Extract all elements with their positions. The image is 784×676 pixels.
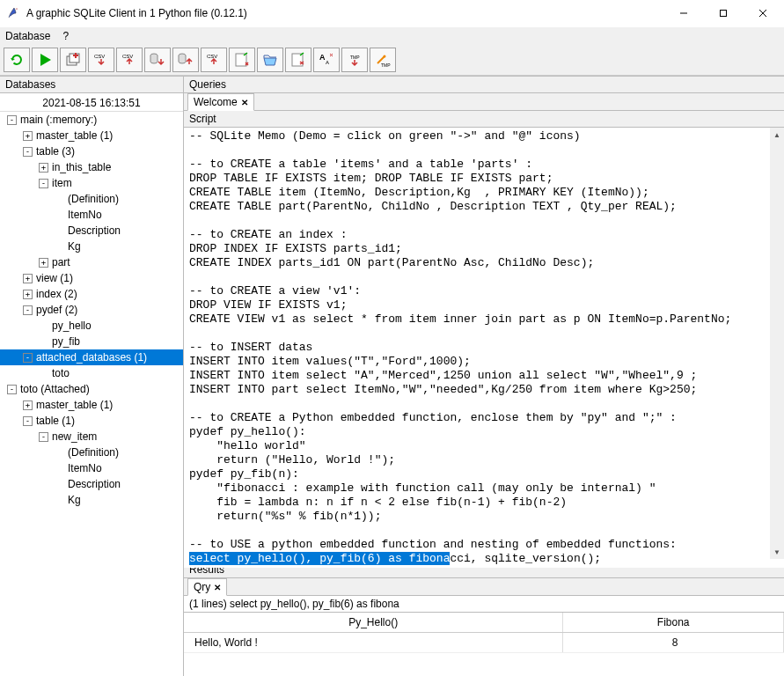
save-script-button[interactable] — [285, 48, 311, 72]
tree-item-label: pydef (2) — [36, 304, 77, 316]
tree-item[interactable]: py_fib — [0, 334, 183, 349]
tree-item-label: py_fib — [52, 335, 80, 348]
scroll-down-icon[interactable]: ▼ — [770, 545, 784, 559]
tree-item-label: part — [52, 256, 70, 268]
tree-item[interactable]: -pydef (2) — [0, 302, 183, 318]
refresh-button[interactable] — [4, 48, 30, 72]
tree-item[interactable]: Kg — [0, 239, 183, 254]
results-tabs: Qry✕ — [184, 578, 784, 596]
tree-item[interactable]: -new_item — [0, 429, 183, 445]
tree-item[interactable]: -toto (Attached) — [0, 381, 183, 397]
collapse-icon[interactable]: - — [39, 432, 48, 442]
close-icon[interactable]: ✕ — [214, 583, 221, 592]
tree-item-label: (Definition) — [68, 446, 119, 459]
script-editor[interactable]: -- SQLite Memo (Demo = click on green "-… — [184, 128, 784, 568]
attach-db-button[interactable] — [257, 48, 283, 72]
tree-item[interactable]: -attached_databases (1) — [0, 349, 183, 365]
svg-point-0 — [16, 8, 18, 9]
export-csv-button[interactable]: CSV — [116, 48, 143, 72]
svg-text:A: A — [326, 60, 329, 65]
new-tab-button[interactable] — [60, 48, 86, 72]
tree-item[interactable]: +master_table (1) — [0, 397, 183, 413]
column-header[interactable]: Fibona — [563, 613, 784, 633]
tree-item[interactable]: +index (2) — [0, 286, 183, 302]
column-header[interactable]: Py_Hello() — [184, 613, 563, 633]
tab-welcome[interactable]: Welcome✕ — [187, 93, 254, 111]
scrollbar[interactable]: ▲ ▼ — [770, 128, 784, 559]
tree-item-label: attached_databases (1) — [36, 351, 147, 364]
temp-out-button[interactable]: TMP — [370, 48, 396, 72]
svg-text:CSV: CSV — [207, 54, 217, 59]
export-csv2-button[interactable]: CSV — [201, 48, 227, 72]
database-tree[interactable]: 2021-08-15 16:13:51 -main (:memory:)+mas… — [0, 93, 183, 676]
svg-text:TMP: TMP — [350, 55, 360, 60]
tab-qry[interactable]: Qry✕ — [187, 578, 227, 596]
svg-text:CSV: CSV — [122, 54, 133, 59]
tree-item[interactable]: +view (1) — [0, 270, 183, 286]
menu-database[interactable]: Database — [5, 30, 50, 42]
tree-item-label: Kg — [68, 240, 81, 253]
export-db-button[interactable] — [172, 48, 199, 72]
tree-item[interactable]: (Definition) — [0, 445, 183, 460]
script-area: Script -- SQLite Memo (Demo = click on g… — [184, 111, 784, 560]
maximize-button[interactable] — [703, 0, 743, 26]
minimize-button[interactable] — [663, 0, 703, 26]
script-text: -- SQLite Memo (Demo = click on green "-… — [189, 129, 731, 551]
tree-item[interactable]: toto — [0, 365, 183, 381]
collapse-icon[interactable]: - — [7, 115, 17, 125]
tree-item[interactable]: -main (:memory:) — [0, 112, 183, 128]
tree-item[interactable]: Kg — [0, 492, 183, 508]
svg-rect-14 — [236, 54, 246, 66]
tree-item[interactable]: +part — [0, 254, 183, 270]
tree-item[interactable]: (Definition) — [0, 191, 183, 207]
open-script-button[interactable] — [229, 48, 255, 72]
results-subtitle: (1 lines) select py_hello(), py_fib(6) a… — [184, 596, 784, 613]
tree-item[interactable]: -item — [0, 175, 183, 191]
tree-item-label: ItemNo — [68, 209, 102, 221]
close-icon[interactable]: ✕ — [241, 98, 248, 107]
tree-item[interactable]: ItemNo — [0, 460, 183, 476]
collapse-icon[interactable]: - — [23, 305, 33, 315]
expand-icon[interactable]: + — [23, 400, 33, 410]
tree-item[interactable]: -table (1) — [0, 413, 183, 429]
tree-item[interactable]: ItemNo — [0, 207, 183, 223]
tree-item[interactable]: py_hello — [0, 318, 183, 334]
import-csv-button[interactable]: CSV — [88, 48, 114, 72]
tree-item[interactable]: -table (3) — [0, 143, 183, 159]
menu-help[interactable]: ? — [62, 30, 69, 42]
toolbar: CSV CSV CSV AA TMP TMP — [0, 45, 784, 76]
close-button[interactable] — [743, 0, 782, 26]
expand-icon[interactable]: + — [23, 131, 33, 141]
tree-item[interactable]: +master_table (1) — [0, 128, 183, 143]
titlebar: A graphic SQLite Client in 1 Python file… — [0, 0, 784, 27]
svg-text:TMP: TMP — [381, 62, 391, 68]
tree-item-label: new_item — [52, 430, 97, 443]
databases-header: Databases — [0, 76, 183, 93]
collapse-icon[interactable]: - — [23, 416, 33, 426]
tree-spacer — [55, 448, 64, 458]
expand-icon[interactable]: + — [23, 274, 33, 283]
font-button[interactable]: AA — [313, 48, 340, 72]
svg-rect-2 — [720, 11, 726, 17]
expand-icon[interactable]: + — [39, 258, 48, 268]
svg-text:CSV: CSV — [94, 54, 105, 59]
expand-icon[interactable]: + — [23, 290, 33, 299]
collapse-icon[interactable]: - — [7, 385, 17, 394]
tree-item-label: view (1) — [36, 272, 73, 284]
import-db-button[interactable] — [144, 48, 171, 72]
collapse-icon[interactable]: - — [23, 147, 33, 157]
collapse-icon[interactable]: - — [39, 179, 48, 188]
tab-label: Welcome — [194, 96, 238, 108]
temp-in-button[interactable]: TMP — [341, 48, 368, 72]
expand-icon[interactable]: + — [39, 163, 48, 173]
scroll-up-icon[interactable]: ▲ — [770, 128, 784, 142]
run-button[interactable] — [32, 48, 58, 72]
tree-item[interactable]: Description — [0, 223, 183, 239]
table-row[interactable]: Hello, World ! 8 — [184, 633, 784, 653]
tree-item[interactable]: +in_this_table — [0, 159, 183, 175]
collapse-icon[interactable]: - — [23, 353, 33, 363]
results-grid[interactable]: Py_Hello() Fibona Hello, World ! 8 — [184, 613, 784, 676]
tree-item-label: ItemNo — [68, 462, 102, 474]
tree-item[interactable]: Description — [0, 476, 183, 492]
tree-date: 2021-08-15 16:13:51 — [0, 95, 183, 112]
